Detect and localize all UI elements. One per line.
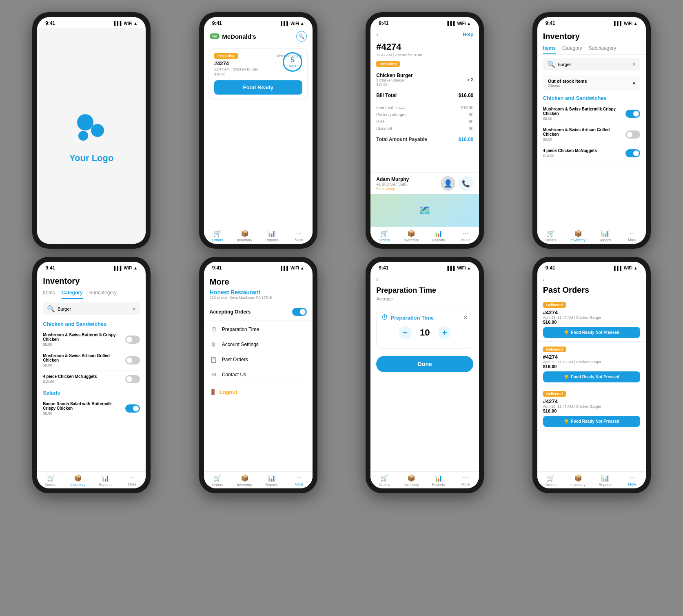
food-ready-button[interactable]: Food Ready	[214, 80, 302, 95]
nav-inventory[interactable]: 📦 Inventory	[231, 230, 258, 242]
toggle-item-3[interactable]	[625, 149, 640, 157]
cat-section-salads: Salads Bacon Ranch Salad with Buttermilk…	[37, 387, 146, 419]
inventory-icon-detail: 📦	[407, 230, 415, 237]
cat-search-input[interactable]	[58, 307, 129, 311]
logo-screen: Your Logo	[37, 28, 146, 244]
call-button[interactable]: 📞	[459, 176, 473, 191]
bill-label-packing: Packing charges	[376, 113, 406, 117]
cat-tab-subcategory[interactable]: Subcategory	[89, 287, 117, 299]
past-orders-list: Delivered #4274 April 23, 11:47 AM | Chi…	[537, 297, 646, 471]
detail-preparing-badge: Preparing	[376, 61, 400, 67]
status-icons-prep: ▌▌▌ WiFi ▲	[448, 266, 471, 270]
cat-toggle-2[interactable]	[125, 356, 140, 364]
cat-toggle-salad-1[interactable]	[125, 404, 140, 413]
cat-tab-items[interactable]: Items	[43, 287, 55, 299]
past-back-arrow[interactable]: ‹	[543, 276, 640, 283]
nav-reports-more[interactable]: 📊 Reports	[258, 474, 286, 487]
screen-past-orders: 9:41 ▌▌▌ WiFi ▲ ‹ Past Orders Delivered …	[537, 262, 646, 488]
nav-inventory-more[interactable]: 📦 Inventory	[231, 474, 258, 487]
prep-back[interactable]: ‹	[376, 276, 378, 283]
food-not-pressed-2[interactable]: 👎 Food Ready Not Pressed	[543, 371, 640, 382]
cat-search-icon: 🔍	[47, 305, 55, 313]
inv-search-input[interactable]	[558, 62, 630, 67]
past-num-3: #4274	[543, 398, 640, 404]
nav-orders-prep[interactable]: 🛒 Orders	[370, 474, 398, 487]
nav-orders[interactable]: 🛒 Orders	[204, 230, 231, 242]
bottom-nav-orders: 🛒 Orders 📦 Inventory 📊 Reports ··· More	[204, 227, 313, 244]
more-nav-icon: ···	[296, 230, 302, 237]
prep-content: ‹ Preparation Time Average ⏱ Preparation…	[370, 272, 479, 471]
cat-toggle-3[interactable]	[125, 375, 140, 383]
nav-more-more[interactable]: ··· More	[285, 474, 313, 487]
accepting-toggle[interactable]	[292, 308, 307, 316]
driver-name: Adam Murphy	[376, 177, 437, 182]
more-item-past[interactable]: 📋 Past Orders	[210, 352, 307, 367]
cat-item-3-info: 4 piece Chicken McNuggets $10.00	[43, 374, 97, 384]
thumb-icon-3: 👎	[564, 419, 569, 424]
prep-close-icon[interactable]: ✕	[463, 314, 468, 321]
logout-button[interactable]: 🚪 Logout	[204, 384, 313, 400]
more-menu: ⏱ Preparation Time ⚙ Account Settings 📋 …	[204, 322, 313, 382]
more-item-contact[interactable]: ✉ Contact Us	[210, 367, 307, 382]
nav-orders-inv[interactable]: 🛒 Orders	[537, 230, 565, 242]
cat-clear-icon[interactable]: ✕	[132, 306, 136, 312]
status-bar-orders: 9:41 ▌▌▌ WiFi ▲	[204, 17, 313, 28]
nav-more-past[interactable]: ··· More	[619, 474, 646, 487]
nav-orders-more[interactable]: 🛒 Orders	[204, 474, 231, 487]
order-meta: 11:47 AM | Chicken Burger	[214, 67, 258, 71]
nav-orders-cat[interactable]: 🛒 Orders	[37, 474, 64, 487]
food-not-pressed-1[interactable]: 👎 Food Ready Not Pressed	[543, 327, 640, 338]
nav-orders-detail[interactable]: 🛒 Orders	[370, 230, 398, 242]
tab-subcategory[interactable]: Subcategory	[589, 43, 616, 54]
nav-more-prep[interactable]: ··· More	[452, 474, 479, 487]
food-not-pressed-3[interactable]: 👎 Food Ready Not Pressed	[543, 416, 640, 427]
status-bar-prep: 9:41 ▌▌▌ WiFi ▲	[370, 262, 479, 272]
thumb-icon-2: 👎	[564, 375, 569, 379]
svg-point-0	[77, 114, 93, 130]
order-info-block: #4274 11:47 AM | Chicken Burger $16.00	[214, 60, 258, 76]
help-link[interactable]: Help	[463, 32, 473, 38]
tab-category[interactable]: Category	[562, 43, 582, 54]
nav-more-inv[interactable]: ··· More	[619, 230, 646, 242]
cat-item-2: Mushroom & Swiss Artisan Grilled Chicken…	[43, 350, 140, 371]
reports-label-prep: Reports	[432, 483, 445, 487]
back-arrow[interactable]: ‹	[376, 31, 378, 38]
clock-icon: ⏱	[381, 314, 388, 321]
nav-reports-detail[interactable]: 📊 Reports	[425, 230, 452, 242]
nav-inventory-past[interactable]: 📦 Inventory	[564, 474, 592, 487]
out-of-stock-banner[interactable]: Out of stock items 3 Items ▾	[543, 75, 640, 91]
nav-inventory-prep[interactable]: 📦 Inventory	[398, 474, 425, 487]
nav-inventory-cat[interactable]: 📦 Inventory	[64, 474, 92, 487]
decrement-button[interactable]: −	[399, 326, 412, 339]
nav-inventory-inv[interactable]: 📦 Inventory	[564, 230, 592, 242]
detail-content: ‹ Help #4274 11:47 AM | 2 items for 16.0…	[370, 28, 479, 227]
nav-reports-inv[interactable]: 📊 Reports	[592, 230, 619, 242]
nav-reports-prep[interactable]: 📊 Reports	[425, 474, 452, 487]
cat-toggle-1[interactable]	[125, 336, 140, 344]
more-item-settings[interactable]: ⚙ Account Settings	[210, 337, 307, 352]
status-icons-orders: ▌▌▌ WiFi ▲	[281, 21, 304, 26]
nav-inventory-detail[interactable]: 📦 Inventory	[398, 230, 425, 242]
nav-reports-cat[interactable]: 📊 Reports	[91, 474, 119, 487]
nav-more[interactable]: ··· More	[285, 230, 313, 242]
status-bar-cat: 9:41 ▌▌▌ WiFi ▲	[37, 262, 146, 272]
toggle-item-2[interactable]	[625, 130, 640, 139]
more-label-cat: More	[128, 482, 137, 486]
nav-reports-past[interactable]: 📊 Reports	[592, 474, 619, 487]
nav-reports[interactable]: 📊 Reports	[258, 230, 286, 242]
clear-search-icon[interactable]: ✕	[632, 62, 636, 67]
delivered-badge-2: Delivered	[543, 347, 566, 352]
reports-icon-inv: 📊	[601, 230, 609, 237]
nav-more-detail[interactable]: ··· More	[452, 230, 479, 242]
nav-more-cat[interactable]: ··· More	[119, 474, 146, 487]
cat-tab-category[interactable]: Category	[62, 287, 83, 299]
done-button[interactable]: Done	[376, 356, 473, 372]
more-item-prep[interactable]: ⏱ Preparation Time	[210, 322, 307, 337]
toggle-item-1[interactable]	[625, 110, 640, 118]
past-order-1: Delivered #4274 April 23, 11:47 AM | Chi…	[537, 297, 646, 342]
tab-items[interactable]: Items	[543, 43, 556, 54]
search-button[interactable]: 🔍	[296, 31, 307, 42]
increment-button[interactable]: +	[438, 326, 451, 339]
more-icon-inv: ···	[630, 230, 635, 237]
nav-orders-past[interactable]: 🛒 Orders	[537, 474, 565, 487]
